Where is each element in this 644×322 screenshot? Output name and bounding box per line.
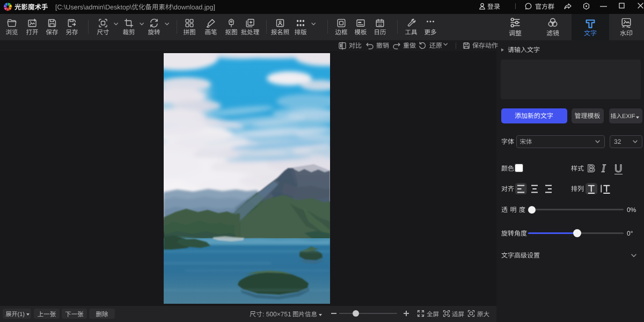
svg-text:12: 12 xyxy=(378,22,382,26)
